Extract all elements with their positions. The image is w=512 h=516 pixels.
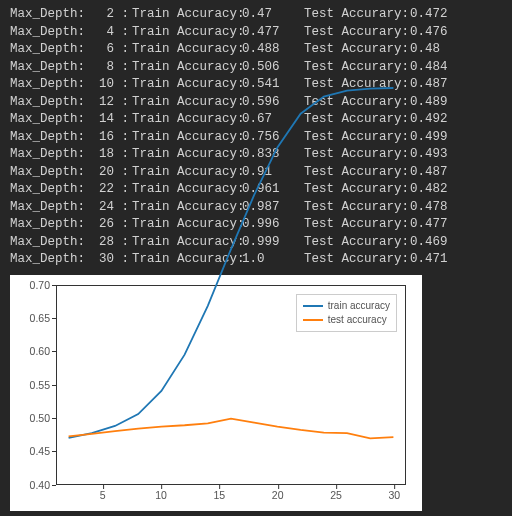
test-value: 0.492 <box>410 111 450 129</box>
depth-value: 28 <box>88 234 114 252</box>
separator: : <box>114 199 132 217</box>
y-tick-label: 0.50 <box>30 412 50 424</box>
separator: : <box>114 24 132 42</box>
x-tick: 30 <box>388 489 400 501</box>
separator: : <box>114 146 132 164</box>
separator: : <box>114 94 132 112</box>
train-value: 0.756 <box>242 129 282 147</box>
test-value: 0.472 <box>410 6 450 24</box>
x-tick: 10 <box>155 489 167 501</box>
test-label: Test Accurary: <box>304 146 410 164</box>
depth-label: Max_Depth: <box>10 6 88 24</box>
test-label: Test Accurary: <box>304 216 410 234</box>
test-label: Test Accurary: <box>304 181 410 199</box>
train-value: 0.488 <box>242 41 282 59</box>
train-label: Train Accuracy: <box>132 111 242 129</box>
accuracy-chart: train accuracytest accuracy 0.400.450.50… <box>10 275 422 511</box>
output-row: Max_Depth: 16 :Train Accuracy:0.756Test … <box>10 129 502 147</box>
depth-value: 2 <box>88 6 114 24</box>
output-row: Max_Depth: 12 :Train Accuracy:0.596Test … <box>10 94 502 112</box>
separator: : <box>114 181 132 199</box>
depth-value: 22 <box>88 181 114 199</box>
test-label: Test Accurary: <box>304 251 410 269</box>
y-tick-label: 0.70 <box>30 279 50 291</box>
depth-value: 4 <box>88 24 114 42</box>
train-value: 0.596 <box>242 94 282 112</box>
depth-value: 10 <box>88 76 114 94</box>
train-label: Train Accuracy: <box>132 146 242 164</box>
output-row: Max_Depth: 2 :Train Accuracy:0.47Test Ac… <box>10 6 502 24</box>
y-tick-label: 0.65 <box>30 312 50 324</box>
depth-value: 12 <box>88 94 114 112</box>
legend-label: train accuracy <box>328 300 390 311</box>
output-row: Max_Depth: 4 :Train Accuracy:0.477Test A… <box>10 24 502 42</box>
depth-value: 18 <box>88 146 114 164</box>
depth-value: 16 <box>88 129 114 147</box>
output-row: Max_Depth: 28 :Train Accuracy:0.999Test … <box>10 234 502 252</box>
y-tick: 0.40 <box>10 479 50 491</box>
y-tick: 0.55 <box>10 379 50 391</box>
separator: : <box>114 234 132 252</box>
train-value: 0.47 <box>242 6 282 24</box>
test-value: 0.489 <box>410 94 450 112</box>
output-row: Max_Depth: 10 :Train Accuracy:0.541Test … <box>10 76 502 94</box>
train-value: 0.996 <box>242 216 282 234</box>
legend-item: train accuracy <box>303 299 390 313</box>
legend-label: test accuracy <box>328 314 387 325</box>
output-row: Max_Depth: 18 :Train Accuracy:0.838Test … <box>10 146 502 164</box>
console-output: Max_Depth: 2 :Train Accuracy:0.47Test Ac… <box>10 6 502 269</box>
legend-swatch <box>303 305 323 307</box>
separator: : <box>114 251 132 269</box>
test-value: 0.484 <box>410 59 450 77</box>
train-value: 1.0 <box>242 251 282 269</box>
output-row: Max_Depth: 14 :Train Accuracy:0.67Test A… <box>10 111 502 129</box>
y-tick-label: 0.55 <box>30 379 50 391</box>
train-label: Train Accuracy: <box>132 24 242 42</box>
depth-label: Max_Depth: <box>10 59 88 77</box>
test-value: 0.48 <box>410 41 450 59</box>
y-tick: 0.50 <box>10 412 50 424</box>
test-value: 0.471 <box>410 251 450 269</box>
x-tick-label: 20 <box>272 489 284 501</box>
test-label: Test Accurary: <box>304 59 410 77</box>
test-value: 0.499 <box>410 129 450 147</box>
train-value: 0.506 <box>242 59 282 77</box>
depth-label: Max_Depth: <box>10 111 88 129</box>
train-label: Train Accuracy: <box>132 6 242 24</box>
separator: : <box>114 59 132 77</box>
test-value: 0.493 <box>410 146 450 164</box>
test-value: 0.469 <box>410 234 450 252</box>
train-label: Train Accuracy: <box>132 59 242 77</box>
depth-label: Max_Depth: <box>10 41 88 59</box>
depth-label: Max_Depth: <box>10 94 88 112</box>
train-label: Train Accuracy: <box>132 164 242 182</box>
depth-value: 26 <box>88 216 114 234</box>
depth-label: Max_Depth: <box>10 199 88 217</box>
test-value: 0.478 <box>410 199 450 217</box>
y-tick: 0.70 <box>10 279 50 291</box>
train-label: Train Accuracy: <box>132 129 242 147</box>
depth-value: 6 <box>88 41 114 59</box>
test-label: Test Accurary: <box>304 199 410 217</box>
series-line <box>69 418 394 438</box>
y-tick-label: 0.60 <box>30 345 50 357</box>
test-value: 0.477 <box>410 216 450 234</box>
test-label: Test Accurary: <box>304 234 410 252</box>
train-label: Train Accuracy: <box>132 41 242 59</box>
depth-value: 8 <box>88 59 114 77</box>
y-tick-label: 0.45 <box>30 445 50 457</box>
train-label: Train Accuracy: <box>132 94 242 112</box>
test-label: Test Accurary: <box>304 94 410 112</box>
depth-value: 14 <box>88 111 114 129</box>
output-row: Max_Depth: 30 :Train Accuracy:1.0Test Ac… <box>10 251 502 269</box>
output-row: Max_Depth: 24 :Train Accuracy:0.987Test … <box>10 199 502 217</box>
depth-label: Max_Depth: <box>10 164 88 182</box>
separator: : <box>114 216 132 234</box>
depth-label: Max_Depth: <box>10 76 88 94</box>
test-label: Test Accurary: <box>304 76 410 94</box>
test-label: Test Accurary: <box>304 111 410 129</box>
x-tick: 20 <box>272 489 284 501</box>
depth-label: Max_Depth: <box>10 234 88 252</box>
test-label: Test Accurary: <box>304 41 410 59</box>
train-value: 0.961 <box>242 181 282 199</box>
